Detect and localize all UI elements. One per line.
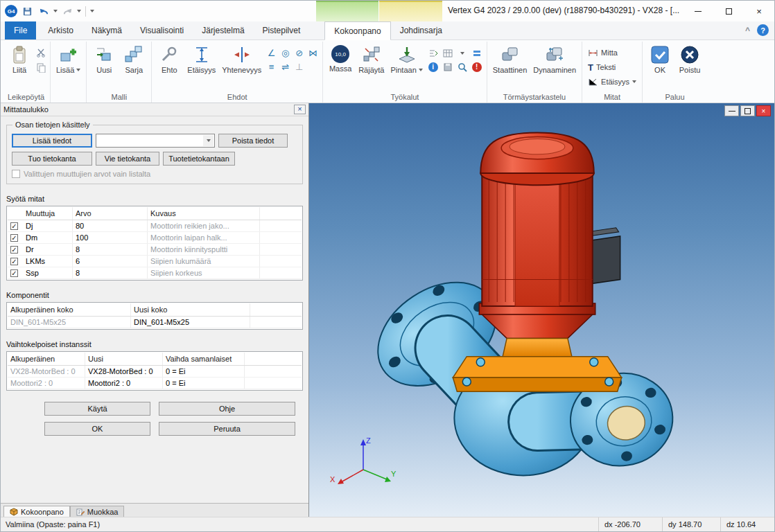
save-button[interactable] [20, 4, 34, 18]
help-icon[interactable]: ? [757, 24, 769, 36]
paste-button[interactable]: Liitä [5, 42, 34, 74]
remove-data-button[interactable]: Poista tiedot [218, 134, 288, 148]
new-part-button[interactable]: Uusi [89, 42, 119, 74]
app-logo-icon[interactable]: G4 [5, 5, 17, 17]
column-header[interactable]: Alkuperäinen [8, 353, 85, 365]
cancel-button[interactable]: Peruuta [159, 422, 295, 436]
apply-button[interactable]: Käytä [44, 402, 150, 416]
to-surface-button[interactable]: Pintaan [388, 42, 425, 74]
import-database-button[interactable]: Tuo tietokanta [12, 152, 92, 166]
symmetric-constraint-icon[interactable]: ⇌ [279, 60, 292, 73]
cell-arvo[interactable]: 6 [73, 256, 148, 267]
save-view-icon[interactable] [441, 60, 455, 73]
dialog-title-bar[interactable]: Mittataulukko × [1, 103, 308, 116]
series-button[interactable]: Sarja [119, 42, 148, 74]
row-checkbox[interactable]: ✓ [10, 258, 18, 265]
measure-row[interactable]: ✓ LKMs 6 Siipien lukumäärä [8, 256, 302, 267]
parallel-constraint-icon[interactable]: ≡ [265, 60, 278, 73]
undo-dropdown-icon[interactable] [53, 10, 58, 12]
column-header[interactable]: Uusi [85, 353, 163, 365]
perpendicular-constraint-icon[interactable]: ⊥ [293, 60, 306, 73]
concentric-constraint-icon[interactable]: ◎ [279, 46, 292, 60]
motor-bed-pedestal[interactable] [503, 338, 572, 356]
dynamic-collision-button[interactable]: Dynaaminen [530, 42, 579, 74]
ok-button[interactable]: OK [645, 42, 674, 74]
add-component-button[interactable]: Lisää [53, 42, 83, 74]
column-header[interactable]: Vaihda samanlaiset [163, 353, 245, 365]
product-database-button[interactable]: Tuotetietokantaan [163, 152, 235, 166]
row-checkbox[interactable]: ✓ [10, 234, 18, 242]
add-data-button[interactable]: Lisää tiedot [12, 134, 92, 148]
viewport-close-button[interactable]: × [756, 105, 771, 116]
motor-end-cap[interactable] [480, 132, 594, 185]
static-collision-button[interactable]: Staattinen [490, 42, 530, 74]
tab-file[interactable]: File [5, 21, 36, 39]
viewport-minimize-button[interactable] [724, 105, 739, 116]
window-close-button[interactable]: × [744, 1, 774, 21]
cell-swap[interactable]: 0 = Ei [163, 366, 245, 377]
tab-nakyma[interactable]: Näkymä [82, 21, 131, 39]
zoom-icon[interactable] [455, 60, 469, 73]
cell-new[interactable]: VX28-MotorBed : 0 [85, 366, 163, 377]
balloon-rows-icon[interactable] [470, 46, 484, 60]
tab-johdinsarja[interactable]: Johdinsarja [391, 21, 451, 39]
copy-button[interactable] [35, 62, 47, 74]
measure-row[interactable]: ✓ Dr 8 Moottorin kiinnityspultti [8, 244, 302, 256]
customize-quick-access-icon[interactable] [90, 10, 94, 12]
list-only-checkbox[interactable] [12, 170, 20, 178]
row-checkbox[interactable]: ✓ [10, 222, 18, 230]
dialog-tab-kokoonpano[interactable]: Kokoonpano [3, 506, 70, 517]
mass-button[interactable]: 10,0 Massa [326, 42, 355, 73]
row-checkbox[interactable]: ✓ [10, 246, 18, 254]
motor-adapter-cone[interactable] [482, 314, 593, 338]
mate-constraint-icon[interactable]: ⋈ [306, 46, 320, 60]
measure-button[interactable]: Mitta [585, 46, 639, 60]
viewport-restore-button[interactable] [740, 105, 755, 116]
exit-button[interactable]: Poistu [675, 42, 704, 74]
cell-arvo[interactable]: 8 [73, 267, 148, 278]
dialog-close-button[interactable]: × [294, 105, 306, 114]
distance-constraint-button[interactable]: Etäisyys [184, 42, 218, 74]
tab-pistepilvet[interactable]: Pistepilvet [254, 21, 310, 39]
column-header[interactable]: Uusi koko [131, 303, 250, 316]
window-maximize-button[interactable] [713, 1, 744, 21]
export-database-button[interactable]: Vie tietokanta [96, 152, 159, 166]
warning-icon[interactable]: ! [470, 60, 484, 73]
redo-button[interactable] [60, 4, 74, 18]
column-header[interactable]: Alkuperäinen koko [8, 303, 131, 316]
instance-row[interactable]: Moottori2 : 0 Moottori2 : 0 0 = Ei [8, 378, 302, 389]
cell-arvo[interactable]: 8 [73, 244, 148, 255]
measure-row[interactable]: ✓ Dm 100 Moottorin laipan halk... [8, 232, 302, 244]
motor-bed-plate[interactable] [453, 357, 621, 392]
help-button[interactable]: Ohje [159, 402, 295, 416]
info-icon[interactable]: i [426, 60, 440, 73]
cell-new[interactable]: DIN_601-M5x25 [131, 317, 250, 328]
distance-measure-button[interactable]: Etäisyys [585, 75, 639, 89]
parts-list-icon[interactable] [441, 46, 455, 60]
chevron-down-icon[interactable] [203, 135, 214, 146]
collapse-ribbon-icon[interactable]: ^ [745, 26, 750, 35]
dialog-ok-button[interactable]: OK [44, 422, 150, 436]
cell-new[interactable]: Moottori2 : 0 [85, 378, 163, 389]
undo-button[interactable] [37, 4, 51, 18]
motor-body[interactable] [482, 173, 593, 306]
tab-kokoonpano[interactable]: Kokoonpano [324, 21, 390, 40]
angle-constraint-icon[interactable]: ∠ [265, 46, 278, 60]
tangent-constraint-icon[interactable]: ⊘ [293, 46, 306, 60]
component-row[interactable]: DIN_601-M5x25 DIN_601-M5x25 [8, 317, 302, 328]
tab-jarjestelma[interactable]: Järjestelmä [193, 21, 253, 39]
window-minimize-button[interactable] [683, 1, 713, 21]
cell-arvo[interactable]: 100 [73, 232, 148, 243]
cell-arvo[interactable]: 80 [73, 220, 148, 231]
measure-row[interactable]: ✓ Dj 80 Moottorin reikien jako... [8, 220, 302, 232]
condition-button[interactable]: Ehto [155, 42, 184, 74]
cell-swap[interactable]: 0 = Ei [163, 378, 245, 389]
column-header[interactable]: Kuvaus [148, 207, 260, 220]
dialog-tab-muokkaa[interactable]: Muokkaa [70, 506, 125, 517]
row-checkbox[interactable]: ✓ [10, 269, 18, 277]
redo-dropdown-icon[interactable] [77, 10, 81, 12]
text-button[interactable]: T Teksti [585, 60, 639, 74]
parts-list-dropdown-icon[interactable] [455, 46, 469, 60]
column-header[interactable]: Arvo [73, 207, 148, 220]
tab-visualisointi[interactable]: Visualisointi [131, 21, 193, 39]
